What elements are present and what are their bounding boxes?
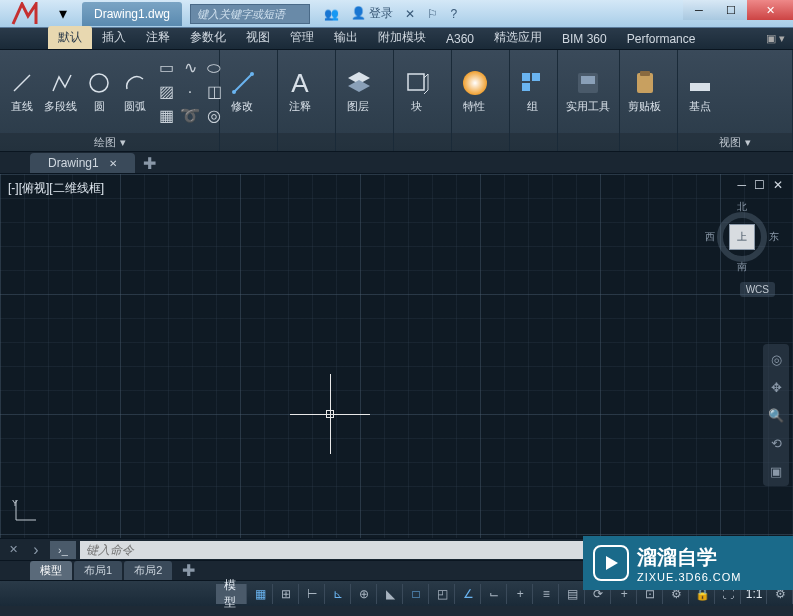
- sb-iso-icon[interactable]: ◣: [379, 584, 403, 604]
- svg-point-6: [463, 71, 487, 95]
- infocenter-icon[interactable]: 👥: [324, 7, 339, 21]
- sb-polar-icon[interactable]: ⊕: [353, 584, 377, 604]
- nav-wheel-icon[interactable]: ◎: [767, 350, 785, 368]
- showmotion-icon[interactable]: ▣: [767, 462, 785, 480]
- sb-lw-icon[interactable]: ≡: [535, 584, 559, 604]
- viewcube[interactable]: 上 北 南 东 西: [707, 202, 777, 272]
- tool-modify[interactable]: 修改: [226, 67, 258, 116]
- minimize-button[interactable]: ─: [683, 0, 715, 20]
- command-prompt-icon[interactable]: ›_: [50, 541, 76, 559]
- tool-base[interactable]: 基点: [684, 67, 716, 116]
- ribbon-tab-manage[interactable]: 管理: [280, 26, 324, 49]
- crosshair-pickbox: [326, 410, 334, 418]
- sb-otrack-icon[interactable]: ∠: [457, 584, 481, 604]
- tool-polyline[interactable]: 多段线: [42, 67, 79, 116]
- panel-draw-title[interactable]: 绘图 ▾: [0, 133, 219, 151]
- add-document-tab[interactable]: ✚: [139, 154, 161, 173]
- wcs-badge[interactable]: WCS: [740, 282, 775, 297]
- viewport-close-icon[interactable]: ✕: [773, 178, 783, 192]
- zoom-icon[interactable]: 🔍: [767, 406, 785, 424]
- signin-button[interactable]: 👤 登录: [351, 5, 393, 22]
- ribbon-tab-output[interactable]: 输出: [324, 26, 368, 49]
- tool-circle[interactable]: 圆: [83, 67, 115, 116]
- ribbon-tab-insert[interactable]: 插入: [92, 26, 136, 49]
- tool-layer[interactable]: 图层: [342, 67, 374, 116]
- viewport-maximize-icon[interactable]: ☐: [754, 178, 765, 192]
- sb-osnap-icon[interactable]: □: [405, 584, 429, 604]
- tool-layer-label: 图层: [347, 99, 369, 114]
- ribbon-tab-view[interactable]: 视图: [236, 26, 280, 49]
- tool-block[interactable]: 块: [400, 67, 432, 116]
- ribbon-tab-a360[interactable]: A360: [436, 29, 484, 49]
- viewport-minimize-icon[interactable]: ─: [737, 178, 746, 192]
- close-button[interactable]: ✕: [747, 0, 793, 20]
- qat-dropdown-icon[interactable]: ▾: [54, 5, 72, 23]
- tool-clipboard[interactable]: 剪贴板: [626, 67, 663, 116]
- viewport-controls: ─ ☐ ✕: [737, 178, 783, 192]
- sb-infer-icon[interactable]: ⊢: [301, 584, 325, 604]
- document-title-tab[interactable]: Drawing1.dwg: [82, 2, 182, 26]
- sb-grid-icon[interactable]: ▦: [249, 584, 273, 604]
- tool-spline-icon[interactable]: ∿: [179, 57, 201, 79]
- ribbon-tab-parametric[interactable]: 参数化: [180, 26, 236, 49]
- ribbon-tab-default[interactable]: 默认: [48, 26, 92, 49]
- sb-snap-icon[interactable]: ⊞: [275, 584, 299, 604]
- command-close-icon[interactable]: ✕: [0, 543, 26, 556]
- panel-props: 特性: [452, 50, 510, 151]
- viewcube-west[interactable]: 西: [705, 230, 715, 244]
- tool-rect-icon[interactable]: ▭: [155, 57, 177, 79]
- tool-group[interactable]: 组: [516, 67, 548, 116]
- add-layout-tab[interactable]: ✚: [174, 561, 203, 580]
- layout-tab-1[interactable]: 布局1: [74, 561, 122, 580]
- document-tab-label: Drawing1: [48, 156, 99, 170]
- tool-hatch-icon[interactable]: ▨: [155, 81, 177, 103]
- sb-model-button[interactable]: 模型: [216, 584, 247, 604]
- document-tab[interactable]: Drawing1✕: [30, 153, 135, 173]
- ribbon-tab-featured[interactable]: 精选应用: [484, 26, 552, 49]
- tool-arc[interactable]: 圆弧: [119, 67, 151, 116]
- panel-view-title[interactable]: 视图 ▾: [678, 133, 792, 151]
- ribbon-tab-performance[interactable]: Performance: [617, 29, 706, 49]
- sb-ducs-icon[interactable]: ⌙: [483, 584, 507, 604]
- tool-arc-label: 圆弧: [124, 99, 146, 114]
- layout-tab-model[interactable]: 模型: [30, 561, 72, 580]
- ribbon-expand-icon[interactable]: ▣ ▾: [766, 32, 785, 45]
- viewcube-east[interactable]: 东: [769, 230, 779, 244]
- viewport-label[interactable]: [-][俯视][二维线框]: [8, 180, 104, 197]
- maximize-button[interactable]: ☐: [715, 0, 747, 20]
- help-icon[interactable]: ?: [450, 7, 457, 21]
- help-search-input[interactable]: [190, 4, 310, 24]
- tool-annotate[interactable]: A注释: [284, 67, 316, 116]
- ribbon-tab-bim360[interactable]: BIM 360: [552, 29, 617, 49]
- tool-wipeout-icon[interactable]: ▦: [155, 105, 177, 127]
- watermark-badge: 溜溜自学 ZIXUE.3D66.COM: [583, 536, 793, 590]
- sb-trans-icon[interactable]: ▤: [561, 584, 585, 604]
- layout-tab-2[interactable]: 布局2: [124, 561, 172, 580]
- close-icon[interactable]: ✕: [109, 158, 117, 169]
- orbit-icon[interactable]: ⟲: [767, 434, 785, 452]
- tool-utils[interactable]: 实用工具: [564, 67, 612, 116]
- svg-marker-18: [606, 556, 618, 570]
- drawing-canvas[interactable]: [-][俯视][二维线框] ─ ☐ ✕ Y 上 北 南 东 西 WCS ◎ ✥ …: [0, 174, 793, 538]
- svg-rect-11: [581, 76, 595, 84]
- app-logo[interactable]: [4, 1, 46, 27]
- ribbon-tab-addins[interactable]: 附加模块: [368, 26, 436, 49]
- pan-icon[interactable]: ✥: [767, 378, 785, 396]
- tool-point-icon[interactable]: ·: [179, 81, 201, 103]
- command-history-icon[interactable]: ›: [26, 541, 46, 559]
- svg-text:Y: Y: [12, 498, 18, 508]
- sb-3dosnap-icon[interactable]: ◰: [431, 584, 455, 604]
- viewcube-face[interactable]: 上: [729, 224, 755, 250]
- tool-helix-icon[interactable]: ➰: [179, 105, 201, 127]
- ribbon-tab-annotate[interactable]: 注释: [136, 26, 180, 49]
- tool-props[interactable]: 特性: [458, 67, 490, 116]
- sb-ortho-icon[interactable]: ⊾: [327, 584, 351, 604]
- panel-draw: 直线 多段线 圆 圆弧 ▭∿⬭ ▨·◫ ▦➰◎ 绘图 ▾: [0, 50, 220, 151]
- viewcube-north[interactable]: 北: [737, 200, 747, 214]
- tool-line[interactable]: 直线: [6, 67, 38, 116]
- viewcube-south[interactable]: 南: [737, 260, 747, 274]
- svg-rect-13: [640, 71, 650, 76]
- autodesk-icon[interactable]: ⚐: [427, 7, 438, 21]
- sb-dyn-icon[interactable]: +: [509, 584, 533, 604]
- exchange-icon[interactable]: ✕: [405, 7, 415, 21]
